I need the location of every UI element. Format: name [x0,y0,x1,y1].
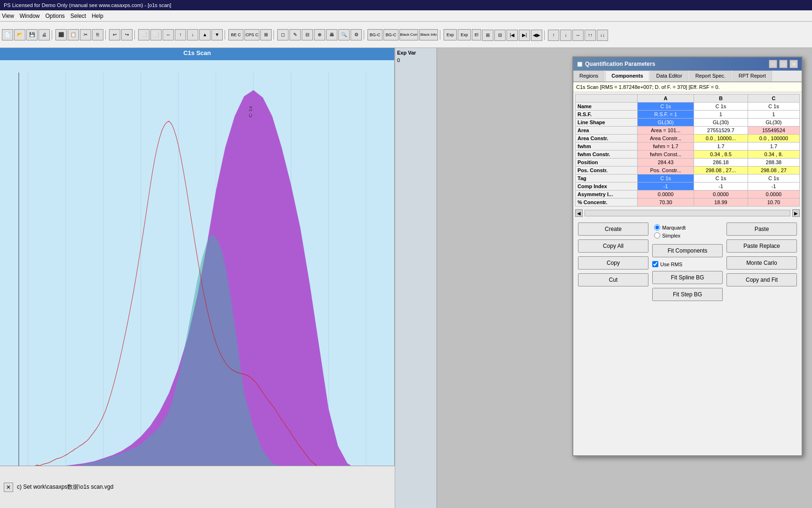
cell-a[interactable]: 284.43 [638,159,694,167]
toolbar-btn-18[interactable]: ⊞ [260,29,272,40]
toolbar-btn-black-info[interactable]: Black Info [419,29,438,40]
toolbar-btn-25[interactable]: ⚙ [351,29,362,40]
cell-b[interactable]: 0.34 , 8.5 [694,151,748,159]
table-row[interactable]: Pos. Constr.Pos. Constr...298.08 , 27...… [576,167,800,175]
cell-b[interactable]: 1 [694,111,748,119]
menu-select[interactable]: Select [70,13,86,19]
toolbar-btn-cps[interactable]: CPS C [244,29,259,40]
toolbar-btn-r1[interactable]: ⊞ [482,30,493,41]
cell-b[interactable]: -1 [694,183,748,190]
toolbar-btn-15[interactable]: ↓ [187,29,198,40]
paste-replace-button[interactable]: Paste Replace [726,239,797,253]
cell-b[interactable]: 298.08 , 27... [694,167,748,175]
toolbar-btn-11[interactable]: ⬜ [138,29,149,40]
cell-c[interactable]: 15549524 [748,127,799,135]
cell-b[interactable]: 1.7 [694,143,748,151]
cell-a[interactable]: Pos. Constr... [638,167,694,175]
toolbar-btn-21[interactable]: ⊟ [302,29,313,40]
toolbar-btn-13[interactable]: ↔ [163,29,174,40]
tab-rpt-report[interactable]: RPT Report [733,71,772,81]
cell-c[interactable]: 1 [748,111,799,119]
cell-c[interactable]: 288.38 [748,159,799,167]
table-row[interactable]: AreaArea = 101...27551529.715549524 [576,127,800,135]
table-row[interactable]: % Concentr.70.3018.9910.70 [576,198,800,206]
cell-c[interactable]: 1.7 [748,143,799,151]
toolbar-btn-10[interactable]: ↪ [121,29,133,40]
cut-button[interactable]: Cut [578,273,648,286]
maximize-button[interactable]: □ [779,60,788,68]
toolbar-btn-24[interactable]: 🔍 [338,29,350,40]
cell-b[interactable]: C 1s [694,103,748,111]
table-row[interactable]: fwhmfwhm = 1.71.71.7 [576,143,800,151]
toolbar-btn-1[interactable]: 📄 [2,29,13,40]
marquardt-radio[interactable] [654,224,660,230]
toolbar-btn-5[interactable]: ⬛ [55,29,67,40]
cell-b[interactable]: 18.99 [694,198,748,206]
use-rms-checkbox[interactable] [652,261,658,267]
cell-a[interactable]: Area Constr... [638,135,694,143]
toolbar-btn-be[interactable]: BE C [228,29,243,40]
use-rms-option[interactable]: Use RMS [652,261,723,267]
table-row[interactable]: R.S.F.R.S.F. = 111 [576,111,800,119]
tab-components[interactable]: Components [605,71,649,81]
toolbar-btn-r6[interactable]: ↑ [548,30,559,41]
bottom-close[interactable]: ✕ [4,483,13,492]
table-row[interactable]: Comp Index-1-1-1 [576,183,800,190]
simplex-option[interactable]: Simplex [654,232,680,238]
table-row[interactable]: NameC 1sC 1sC 1s [576,103,800,111]
table-row[interactable]: Area Constr.Area Constr...0.0 , 10000...… [576,135,800,143]
toolbar-btn-exp2[interactable]: Exp [458,29,471,40]
scroll-track[interactable] [585,210,790,216]
toolbar-btn-r8[interactable]: ↔ [572,30,584,41]
toolbar-btn-22[interactable]: ⊕ [314,29,325,40]
cell-a[interactable]: Area = 101... [638,127,694,135]
toolbar-btn-r3[interactable]: |◀ [507,30,518,41]
toolbar-btn-exp[interactable]: Exp [444,29,457,40]
monte-carlo-button[interactable]: Monte Carlo [726,256,797,270]
toolbar-btn-16[interactable]: ▲ [199,29,211,40]
spectrum-area[interactable]: 10⁶ [0,60,394,508]
col-header-b[interactable]: B [694,95,748,103]
toolbar-btn-r4[interactable]: ▶| [519,30,530,41]
tab-regions[interactable]: Regions [573,71,604,81]
menu-help[interactable]: Help [92,13,103,19]
cell-c[interactable]: GL(30) [748,119,799,127]
paste-button[interactable]: Paste [726,222,797,236]
fit-step-bg-button[interactable]: Fit Step BG [652,288,723,301]
cell-a[interactable]: R.S.F. = 1 [638,111,694,119]
minimize-button[interactable]: − [769,60,777,68]
cell-c[interactable]: 298.08 , 27 [748,167,799,175]
toolbar-btn-r5[interactable]: ◀▶ [531,30,542,41]
col-header-a[interactable]: A [638,95,694,103]
marquardt-option[interactable]: Marquardt [654,224,686,230]
scroll-right[interactable]: ▶ [792,209,800,217]
cell-b[interactable]: 0.0000 [694,190,748,198]
menu-window[interactable]: Window [20,13,40,19]
tab-report-spec[interactable]: Report Spec. [689,71,732,81]
toolbar-btn-r2[interactable]: ⊟ [494,30,506,41]
table-row[interactable]: fwhm Constr.fwhm Const...0.34 , 8.50.34 … [576,151,800,159]
toolbar-btn-7[interactable]: ✂ [80,29,91,40]
toolbar-btn-19[interactable]: ◻ [277,29,289,40]
toolbar-btn-el[interactable]: El [472,29,481,40]
cell-b[interactable]: GL(30) [694,119,748,127]
fit-spline-bg-button[interactable]: Fit Spline BG [652,271,723,284]
cell-b[interactable]: 0.0 , 10000... [694,135,748,143]
toolbar-btn-r7[interactable]: ↓ [560,30,571,41]
cell-c[interactable]: -1 [748,183,799,190]
cell-a[interactable]: C 1s [638,103,694,111]
cell-c[interactable]: 0.0 , 100000 [748,135,799,143]
cell-b[interactable]: 27551529.7 [694,127,748,135]
cell-c[interactable]: C 1s [748,175,799,183]
toolbar-btn-26[interactable]: BG-C [367,29,383,40]
toolbar-btn-r10[interactable]: ↓↓ [597,30,608,41]
cell-a[interactable]: fwhm = 1.7 [638,143,694,151]
simplex-radio[interactable] [654,232,660,238]
toolbar-btn-black-corr[interactable]: Black Corr [399,29,418,40]
cell-b[interactable]: 286.18 [694,159,748,167]
toolbar-btn-3[interactable]: 💾 [26,29,38,40]
table-row[interactable]: Asymmetry I...0.00000.00000.0000 [576,190,800,198]
copy-button[interactable]: Copy [578,256,648,270]
toolbar-btn-4[interactable]: 🖨 [39,29,50,40]
cell-c[interactable]: 10.70 [748,198,799,206]
